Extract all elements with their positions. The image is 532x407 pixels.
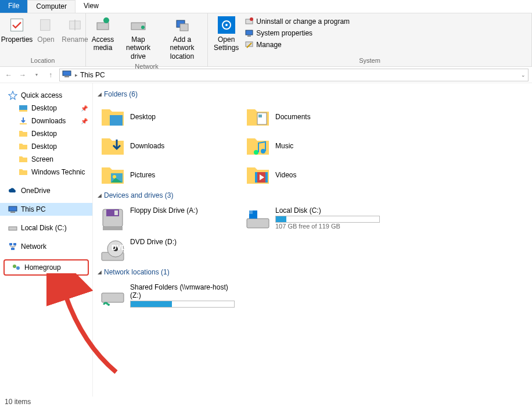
access-media-button[interactable]: Access media	[88, 15, 117, 53]
map-drive-button[interactable]: Map network drive	[117, 15, 159, 62]
svg-point-7	[141, 26, 145, 29]
nav-desktop-2[interactable]: Desktop	[0, 127, 92, 140]
tab-file[interactable]: File	[0, 0, 27, 13]
collapse-icon: ◢	[98, 91, 102, 97]
back-button[interactable]: ←	[3, 70, 14, 80]
svg-rect-52	[102, 293, 124, 302]
svg-rect-33	[258, 115, 262, 117]
desktop-icon	[19, 103, 28, 113]
drive-floppy[interactable]: Floppy Disk Drive (A:)	[98, 205, 243, 233]
settings-gear-icon	[217, 16, 236, 34]
nav-homegroup[interactable]: Homegroup	[12, 261, 84, 274]
svg-rect-39	[255, 172, 257, 183]
svg-rect-0	[11, 19, 23, 31]
drive-net-icon	[129, 16, 148, 34]
svg-rect-26	[9, 243, 12, 245]
open-button: Open	[31, 15, 60, 45]
nav-desktop-3[interactable]: Desktop	[0, 140, 92, 153]
nav-screen[interactable]: Screen	[0, 153, 92, 166]
rename-icon	[66, 16, 84, 34]
tab-computer[interactable]: Computer	[27, 0, 76, 13]
thispc-icon	[62, 69, 71, 80]
svg-rect-4	[97, 23, 109, 30]
add-netlocation-button[interactable]: Add a network location	[159, 15, 205, 62]
homegroup-icon	[12, 263, 21, 272]
section-folders-header[interactable]: ◢ Folders (6)	[98, 87, 527, 104]
nav-thispc[interactable]: This PC	[0, 203, 92, 216]
section-devices-header[interactable]: ◢ Devices and drives (3)	[98, 188, 527, 205]
downloads-icon	[19, 116, 28, 126]
group-location-label: Location	[2, 56, 83, 65]
localdisk-icon	[245, 206, 271, 232]
nav-network[interactable]: Network	[0, 240, 92, 253]
nav-desktop-pinned[interactable]: Desktop 📌	[0, 102, 92, 115]
nav-windows-technic[interactable]: Windows Technic	[0, 166, 92, 178]
pictures-folder-icon	[100, 163, 125, 187]
svg-rect-16	[247, 35, 251, 37]
svg-rect-45	[247, 219, 269, 228]
netdrive-icon	[100, 283, 125, 309]
group-system-label: System	[210, 56, 529, 65]
system-properties-button[interactable]: System properties	[245, 27, 350, 39]
svg-rect-21	[19, 110, 27, 112]
folder-music[interactable]: Music	[243, 133, 388, 159]
documents-folder-icon	[245, 105, 271, 128]
svg-point-12	[225, 24, 228, 26]
address-box[interactable]: ▸This PC ⌄	[59, 69, 529, 81]
nav-quick-access[interactable]: Quick access	[0, 89, 92, 102]
ribbon: Properties Open Rename Location Access m…	[0, 13, 532, 67]
svg-rect-19	[64, 76, 69, 77]
pin-icon: 📌	[81, 118, 88, 124]
status-bar: 10 items	[0, 397, 532, 407]
floppy-icon	[100, 206, 125, 232]
svg-rect-23	[9, 206, 17, 211]
folder-pictures[interactable]: Pictures	[98, 162, 243, 188]
folder-icon	[19, 142, 28, 151]
breadcrumb-thispc[interactable]: This PC	[80, 71, 105, 79]
star-icon	[8, 91, 17, 100]
properties-button[interactable]: Properties	[2, 15, 31, 45]
nav-localdisk[interactable]: Local Disk (C:)	[0, 222, 92, 234]
nav-onedrive[interactable]: OneDrive	[0, 184, 92, 197]
pin-icon: 📌	[81, 105, 88, 112]
svg-rect-28	[11, 248, 15, 250]
computer-icon	[245, 28, 254, 38]
recent-dropdown[interactable]: ▾	[31, 70, 42, 80]
open-settings-button[interactable]: Open Settings	[210, 15, 242, 53]
folder-icon	[19, 155, 28, 164]
svg-point-5	[103, 17, 109, 23]
folder-downloads[interactable]: Downloads	[98, 133, 243, 159]
svg-rect-18	[63, 71, 71, 76]
section-netloc-header[interactable]: ◢ Network locations (1)	[98, 265, 527, 282]
svg-rect-24	[10, 212, 15, 213]
videos-folder-icon	[245, 163, 271, 187]
svg-point-34	[254, 150, 258, 155]
rename-button: Rename	[60, 15, 89, 45]
nav-downloads-pinned[interactable]: Downloads 📌	[0, 115, 92, 127]
tab-view[interactable]: View	[76, 0, 107, 13]
collapse-icon: ◢	[98, 269, 102, 275]
drive-dvd[interactable]: DVD DVD Drive (D:)	[98, 237, 243, 265]
manage-button[interactable]: Manage	[245, 39, 350, 51]
address-bar: ← → ▾ ↑ ▸This PC ⌄	[0, 67, 532, 83]
drive-localdisk[interactable]: Local Disk (C:) 107 GB free of 119 GB	[243, 205, 388, 233]
up-button[interactable]: ↑	[45, 70, 56, 80]
forward-button[interactable]: →	[17, 70, 28, 80]
network-icon	[8, 242, 17, 251]
folder-desktop[interactable]: Desktop	[98, 104, 243, 130]
open-icon	[37, 16, 55, 34]
svg-rect-9	[180, 24, 188, 31]
svg-rect-25	[9, 227, 17, 230]
collapse-icon: ◢	[98, 192, 102, 198]
drive-shared-z[interactable]: Shared Folders (\\vmware-host) (Z:)	[98, 282, 243, 310]
navigation-pane: Quick access Desktop 📌 Downloads 📌 Deskt…	[0, 83, 93, 397]
desktop-folder-icon	[100, 105, 125, 128]
addr-dropdown[interactable]: ⌄	[521, 72, 526, 78]
folder-videos[interactable]: Videos	[243, 162, 388, 188]
uninstall-program-button[interactable]: Uninstall or change a program	[245, 16, 350, 27]
folder-icon	[19, 167, 28, 177]
netloc-icon	[173, 16, 192, 34]
svg-rect-22	[20, 123, 27, 124]
media-icon	[94, 16, 112, 34]
folder-documents[interactable]: Documents	[243, 104, 388, 130]
